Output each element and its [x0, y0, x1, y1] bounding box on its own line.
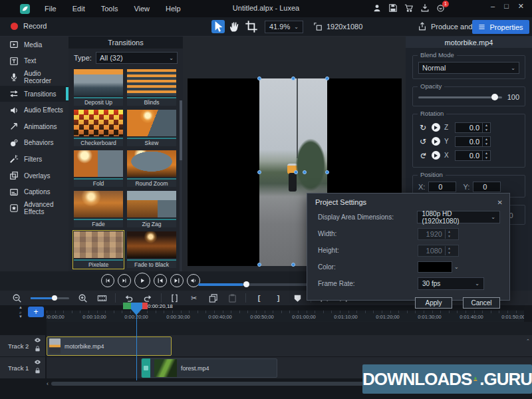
transition-item-blinds[interactable]: Blinds — [127, 69, 176, 106]
maximize-button[interactable]: □ — [504, 2, 509, 11]
transition-thumbnail[interactable] — [127, 231, 176, 258]
rotation-z-input[interactable]: 0.0 ▲▼ — [455, 122, 491, 133]
mark-in-icon[interactable]: [ — [254, 293, 264, 303]
transition-thumbnail[interactable] — [74, 150, 123, 177]
transition-thumbnail[interactable] — [74, 69, 123, 96]
sidebar-item-audio-effects[interactable]: Audio Effects — [0, 102, 68, 118]
eye-icon[interactable] — [34, 358, 41, 366]
step-forward-button[interactable] — [118, 274, 131, 287]
spin-up-icon[interactable]: ▲ — [483, 123, 490, 128]
timeline-ruler[interactable]: 0:00:00;000:00:10;000:00:20;000:00:30;00… — [47, 311, 524, 322]
sidebar-item-captions[interactable]: Captions — [0, 184, 68, 200]
selection-handle[interactable] — [325, 76, 329, 80]
rotate-y-icon[interactable]: ↺ — [418, 137, 428, 146]
seek-handle[interactable] — [243, 281, 249, 287]
track-1-header[interactable]: Track 1 — [0, 357, 45, 379]
timeline-scroll-up-icon[interactable]: ⌃ — [524, 338, 532, 352]
reset-rotation-button[interactable] — [432, 151, 440, 160]
mark-out-icon[interactable]: ] — [273, 293, 283, 303]
selection-handle[interactable] — [291, 76, 295, 80]
transition-thumbnail[interactable] — [127, 150, 176, 177]
spin-down-icon[interactable]: ▼ — [446, 234, 453, 239]
playhead-flag[interactable] — [123, 303, 148, 309]
transition-item-checkerboard[interactable]: Checkerboard — [74, 110, 123, 146]
transition-item-zig-zag[interactable]: Zig Zag — [127, 191, 176, 227]
minimize-button[interactable]: – — [491, 2, 495, 11]
cut-icon[interactable]: ✂ — [189, 293, 199, 303]
selection-handle[interactable] — [257, 170, 261, 174]
zoom-level-select[interactable]: 41.9% ⌄ — [265, 21, 303, 33]
close-button[interactable]: ✕ — [518, 2, 524, 11]
opacity-slider[interactable] — [418, 96, 502, 98]
transition-item-fade-to-black[interactable]: Fade to Black — [127, 231, 176, 268]
record-button[interactable]: Record — [11, 22, 47, 30]
cancel-button[interactable]: Cancel — [463, 297, 500, 309]
add-track-button[interactable]: + — [28, 307, 44, 317]
selection-handle[interactable] — [257, 76, 261, 80]
add-marker-icon[interactable] — [293, 293, 303, 303]
sidebar-item-media[interactable]: Media — [0, 37, 68, 53]
transition-thumbnail[interactable] — [74, 231, 123, 258]
reset-rotation-button[interactable] — [432, 137, 440, 146]
copy-icon[interactable] — [208, 293, 218, 303]
seek-slider[interactable] — [198, 283, 308, 286]
spin-down-icon[interactable]: ▼ — [483, 128, 490, 132]
rotate-z-icon[interactable]: ↻ — [418, 123, 428, 132]
height-input[interactable]: 1080 ▲▼ — [418, 245, 459, 257]
eye-icon[interactable] — [34, 336, 41, 344]
paste-icon[interactable] — [227, 293, 237, 303]
transition-item-fold[interactable]: Fold — [74, 150, 123, 187]
transitions-scrollbar[interactable] — [180, 100, 182, 271]
timeline-zoom-slider[interactable] — [31, 297, 69, 299]
play-button[interactable] — [134, 273, 150, 289]
sidebar-item-transitions[interactable]: Transitions — [0, 86, 68, 102]
spin-up-icon[interactable]: ▲ — [483, 151, 490, 156]
split-clip-icon[interactable] — [170, 293, 180, 303]
next-frame-button[interactable] — [170, 274, 184, 287]
transition-thumbnail[interactable] — [74, 110, 123, 136]
menu-item-edit[interactable]: Edit — [72, 5, 85, 13]
notifications-icon[interactable]: 1 — [436, 3, 446, 13]
spin-up-icon[interactable]: ▲ — [446, 229, 453, 234]
timeline-zoom-in-icon[interactable] — [78, 293, 88, 303]
menu-item-file[interactable]: File — [45, 5, 57, 13]
dialog-close-icon[interactable]: ✕ — [497, 199, 503, 206]
menu-item-help[interactable]: Help — [166, 5, 181, 13]
hand-tool-button[interactable] — [228, 20, 241, 33]
redo-icon[interactable] — [143, 293, 153, 303]
width-input[interactable]: 1920 ▲▼ — [418, 228, 459, 240]
transition-item-deposit-up[interactable]: Deposit Up — [74, 69, 123, 106]
transition-thumbnail[interactable] — [127, 191, 176, 217]
track-nav-arrows[interactable]: ▲⌕▼ — [19, 305, 23, 319]
download-icon[interactable] — [420, 3, 430, 13]
save-icon[interactable] — [388, 3, 398, 13]
transition-thumbnail[interactable] — [74, 191, 123, 217]
rotate-x-icon[interactable]: ↻ — [418, 151, 428, 160]
account-icon[interactable] — [372, 3, 382, 13]
transition-item-pixelate[interactable]: Pixelate — [74, 231, 123, 268]
clip-motorbike[interactable]: motorbike.mp4 — [47, 336, 172, 356]
blend-mode-select[interactable]: Normal ⌄ — [418, 62, 519, 74]
undo-icon[interactable] — [124, 293, 134, 303]
rotate-handle[interactable] — [303, 170, 307, 174]
menu-item-tools[interactable]: Tools — [101, 5, 118, 13]
sidebar-item-audio-recorder[interactable]: Audio Recorder — [0, 69, 68, 86]
transition-item-round-zoom[interactable]: Round Zoom — [127, 150, 176, 187]
crop-tool-button[interactable] — [245, 20, 258, 33]
timeline-zoom-out-icon[interactable] — [12, 293, 22, 303]
sidebar-item-text[interactable]: Text — [0, 53, 68, 70]
spin-up-icon[interactable]: ▲ — [483, 137, 490, 142]
spin-down-icon[interactable]: ▼ — [483, 142, 490, 146]
transition-chip[interactable] — [142, 358, 150, 378]
transition-type-select[interactable]: All (32) ⌄ — [96, 52, 178, 64]
previous-frame-button[interactable] — [154, 274, 167, 287]
track-2-header[interactable]: Track 2 — [0, 335, 45, 357]
menu-item-view[interactable]: View — [134, 5, 150, 13]
playhead-line[interactable] — [136, 309, 137, 380]
sidebar-item-advanced-effects[interactable]: Advanced Effects — [0, 200, 68, 217]
display-dimensions-select[interactable]: 1080p HD (1920x1080) ⌄ — [417, 211, 500, 223]
selection-handle[interactable] — [325, 170, 329, 174]
sidebar-item-animations[interactable]: Animations — [0, 118, 68, 135]
spin-down-icon[interactable]: ▼ — [483, 156, 490, 160]
reset-rotation-button[interactable] — [432, 123, 440, 132]
